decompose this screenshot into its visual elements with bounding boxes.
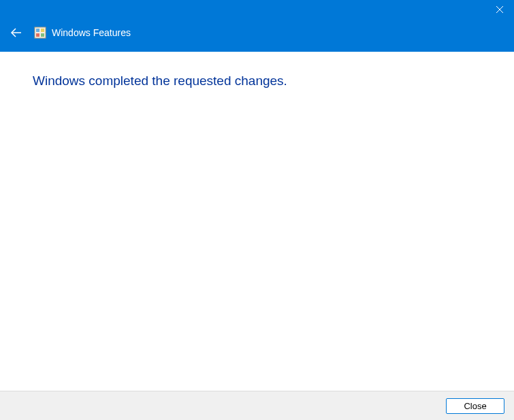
back-arrow-icon — [10, 28, 22, 37]
window-close-button[interactable] — [489, 3, 510, 16]
close-button[interactable]: Close — [446, 398, 504, 414]
close-icon — [496, 5, 504, 14]
status-message: Windows completed the requested changes. — [33, 74, 481, 88]
dialog-footer: Close — [0, 391, 514, 420]
svg-rect-5 — [41, 29, 44, 32]
windows-features-icon — [34, 27, 46, 39]
dialog-header: Windows Features — [0, 0, 514, 52]
dialog-title: Windows Features — [52, 27, 131, 38]
svg-rect-6 — [36, 33, 39, 37]
back-button[interactable] — [7, 23, 26, 42]
dialog-content: Windows completed the requested changes. — [0, 52, 514, 391]
svg-rect-7 — [41, 33, 44, 37]
header-nav-area: Windows Features — [0, 23, 131, 42]
svg-rect-4 — [36, 29, 39, 32]
